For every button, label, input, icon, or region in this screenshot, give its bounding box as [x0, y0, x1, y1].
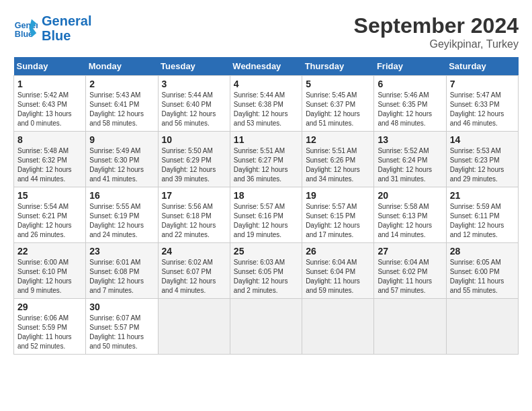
location-title: Geyikpinar, Turkey: [354, 38, 519, 50]
day-number: 2: [89, 79, 154, 89]
day-number: 17: [162, 190, 226, 201]
day-header-row: Sunday Monday Tuesday Wednesday Thursday…: [14, 57, 519, 76]
day-info: Sunrise: 5:50 AM Sunset: 6:29 PM Dayligh…: [162, 146, 226, 184]
day-number: 6: [378, 79, 442, 89]
day-number: 29: [17, 302, 82, 312]
calendar-cell: 30Sunrise: 6:07 AM Sunset: 5:57 PM Dayli…: [86, 299, 158, 355]
day-number: 7: [450, 79, 515, 89]
calendar-cell: 22Sunrise: 6:00 AM Sunset: 6:10 PM Dayli…: [14, 243, 86, 299]
logo-line1: General: [42, 13, 91, 28]
calendar-cell: 26Sunrise: 6:04 AM Sunset: 6:04 PM Dayli…: [302, 243, 374, 299]
calendar-cell: 13Sunrise: 5:52 AM Sunset: 6:24 PM Dayli…: [374, 132, 446, 187]
day-number: 14: [450, 134, 515, 145]
day-number: 27: [378, 246, 442, 257]
day-number: 5: [306, 79, 370, 89]
calendar-cell: 5Sunrise: 5:45 AM Sunset: 6:37 PM Daylig…: [302, 76, 374, 132]
calendar-cell: 24Sunrise: 6:02 AM Sunset: 6:07 PM Dayli…: [158, 243, 230, 299]
calendar-cell: 11Sunrise: 5:51 AM Sunset: 6:27 PM Dayli…: [230, 132, 302, 187]
day-number: 24: [162, 246, 226, 257]
logo-icon: General Blue: [13, 16, 38, 40]
day-info: Sunrise: 5:42 AM Sunset: 6:43 PM Dayligh…: [17, 91, 82, 128]
calendar-cell: 28Sunrise: 6:05 AM Sunset: 6:00 PM Dayli…: [446, 243, 518, 299]
logo-line2: Blue: [42, 28, 71, 43]
day-info: Sunrise: 5:58 AM Sunset: 6:13 PM Dayligh…: [378, 202, 442, 240]
calendar-cell: 3Sunrise: 5:44 AM Sunset: 6:40 PM Daylig…: [158, 76, 230, 132]
calendar-cell: 12Sunrise: 5:51 AM Sunset: 6:26 PM Dayli…: [302, 132, 374, 187]
calendar-cell: 25Sunrise: 6:03 AM Sunset: 6:05 PM Dayli…: [230, 243, 302, 299]
day-info: Sunrise: 5:44 AM Sunset: 6:40 PM Dayligh…: [162, 91, 226, 128]
day-info: Sunrise: 5:51 AM Sunset: 6:27 PM Dayligh…: [234, 146, 298, 184]
day-info: Sunrise: 5:49 AM Sunset: 6:30 PM Dayligh…: [89, 146, 154, 184]
day-number: 22: [17, 246, 82, 257]
calendar-cell: [446, 299, 518, 355]
header-wednesday: Wednesday: [230, 57, 302, 76]
calendar-cell: 9Sunrise: 5:49 AM Sunset: 6:30 PM Daylig…: [86, 132, 158, 187]
day-info: Sunrise: 6:01 AM Sunset: 6:08 PM Dayligh…: [89, 258, 154, 295]
calendar-cell: 17Sunrise: 5:56 AM Sunset: 6:18 PM Dayli…: [158, 187, 230, 243]
day-info: Sunrise: 5:55 AM Sunset: 6:19 PM Dayligh…: [89, 202, 154, 240]
day-number: 28: [450, 246, 515, 257]
day-info: Sunrise: 5:43 AM Sunset: 6:41 PM Dayligh…: [89, 91, 154, 128]
calendar-cell: 2Sunrise: 5:43 AM Sunset: 6:41 PM Daylig…: [86, 76, 158, 132]
day-number: 23: [89, 246, 154, 257]
day-number: 16: [89, 190, 154, 201]
calendar-cell: 14Sunrise: 5:53 AM Sunset: 6:23 PM Dayli…: [446, 132, 518, 187]
day-info: Sunrise: 5:54 AM Sunset: 6:21 PM Dayligh…: [17, 202, 82, 240]
calendar-cell: 8Sunrise: 5:48 AM Sunset: 6:32 PM Daylig…: [14, 132, 86, 187]
calendar-cell: 21Sunrise: 5:59 AM Sunset: 6:11 PM Dayli…: [446, 187, 518, 243]
calendar-week-row: 29Sunrise: 6:06 AM Sunset: 5:59 PM Dayli…: [14, 299, 519, 355]
logo-text: General Blue: [42, 13, 91, 43]
day-info: Sunrise: 5:44 AM Sunset: 6:38 PM Dayligh…: [234, 91, 298, 128]
day-number: 25: [234, 246, 298, 257]
month-title: September 2024: [354, 13, 519, 38]
day-number: 3: [162, 79, 226, 89]
calendar-week-row: 22Sunrise: 6:00 AM Sunset: 6:10 PM Dayli…: [14, 243, 519, 299]
calendar-cell: 27Sunrise: 6:04 AM Sunset: 6:02 PM Dayli…: [374, 243, 446, 299]
day-number: 15: [17, 190, 82, 201]
day-info: Sunrise: 5:53 AM Sunset: 6:23 PM Dayligh…: [450, 146, 515, 184]
day-info: Sunrise: 6:00 AM Sunset: 6:10 PM Dayligh…: [17, 258, 82, 295]
day-number: 21: [450, 190, 515, 201]
day-number: 12: [306, 134, 370, 145]
day-info: Sunrise: 5:57 AM Sunset: 6:16 PM Dayligh…: [234, 202, 298, 240]
day-info: Sunrise: 6:03 AM Sunset: 6:05 PM Dayligh…: [234, 258, 298, 295]
day-info: Sunrise: 6:04 AM Sunset: 6:04 PM Dayligh…: [306, 258, 370, 295]
calendar-cell: 1Sunrise: 5:42 AM Sunset: 6:43 PM Daylig…: [14, 76, 86, 132]
calendar-cell: 10Sunrise: 5:50 AM Sunset: 6:29 PM Dayli…: [158, 132, 230, 187]
calendar-table: Sunday Monday Tuesday Wednesday Thursday…: [13, 57, 519, 355]
header-saturday: Saturday: [446, 57, 518, 76]
day-info: Sunrise: 5:47 AM Sunset: 6:33 PM Dayligh…: [450, 91, 515, 128]
day-number: 10: [162, 134, 226, 145]
calendar-cell: [374, 299, 446, 355]
day-info: Sunrise: 5:51 AM Sunset: 6:26 PM Dayligh…: [306, 146, 370, 184]
calendar-cell: 7Sunrise: 5:47 AM Sunset: 6:33 PM Daylig…: [446, 76, 518, 132]
day-number: 4: [234, 79, 298, 89]
day-number: 1: [17, 79, 82, 89]
calendar-cell: [158, 299, 230, 355]
calendar-week-row: 15Sunrise: 5:54 AM Sunset: 6:21 PM Dayli…: [14, 187, 519, 243]
day-number: 11: [234, 134, 298, 145]
calendar-cell: 6Sunrise: 5:46 AM Sunset: 6:35 PM Daylig…: [374, 76, 446, 132]
day-number: 19: [306, 190, 370, 201]
day-number: 18: [234, 190, 298, 201]
day-number: 20: [378, 190, 442, 201]
title-area: September 2024 Geyikpinar, Turkey: [354, 13, 519, 50]
header-sunday: Sunday: [14, 57, 86, 76]
day-number: 26: [306, 246, 370, 257]
day-info: Sunrise: 6:02 AM Sunset: 6:07 PM Dayligh…: [162, 258, 226, 295]
page-header: General Blue General Blue September 2024…: [13, 13, 519, 50]
day-info: Sunrise: 5:52 AM Sunset: 6:24 PM Dayligh…: [378, 146, 442, 184]
day-number: 30: [89, 302, 154, 312]
day-number: 9: [89, 134, 154, 145]
day-info: Sunrise: 5:45 AM Sunset: 6:37 PM Dayligh…: [306, 91, 370, 128]
header-tuesday: Tuesday: [158, 57, 230, 76]
calendar-cell: 15Sunrise: 5:54 AM Sunset: 6:21 PM Dayli…: [14, 187, 86, 243]
day-number: 8: [17, 134, 82, 145]
logo: General Blue General Blue: [13, 13, 91, 43]
header-friday: Friday: [374, 57, 446, 76]
day-info: Sunrise: 6:05 AM Sunset: 6:00 PM Dayligh…: [450, 258, 515, 295]
calendar-cell: 18Sunrise: 5:57 AM Sunset: 6:16 PM Dayli…: [230, 187, 302, 243]
day-info: Sunrise: 5:48 AM Sunset: 6:32 PM Dayligh…: [17, 146, 82, 184]
header-thursday: Thursday: [302, 57, 374, 76]
calendar-cell: 23Sunrise: 6:01 AM Sunset: 6:08 PM Dayli…: [86, 243, 158, 299]
